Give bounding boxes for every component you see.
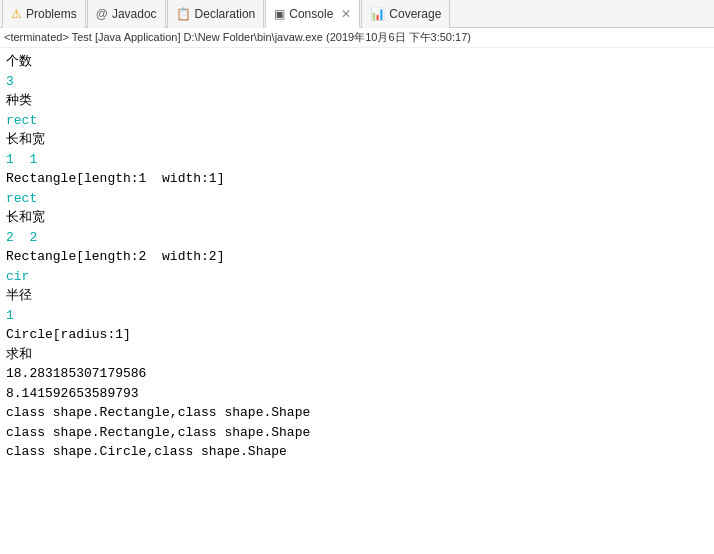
console-line: rect [6,189,708,209]
console-line: rect [6,111,708,131]
console-line: 半径 [6,286,708,306]
tab-javadoc-label: Javadoc [112,7,157,21]
console-line: 2 2 [6,228,708,248]
console-line: 长和宽 [6,130,708,150]
tab-declaration-label: Declaration [195,7,256,21]
tab-problems-label: Problems [26,7,77,21]
problems-icon: ⚠ [11,7,22,21]
console-line: class shape.Rectangle,class shape.Shape [6,423,708,443]
console-line: cir [6,267,708,287]
tab-console[interactable]: ▣ Console ✕ [265,0,360,28]
tab-javadoc[interactable]: @ Javadoc [87,0,166,28]
tab-bar: ⚠ Problems @ Javadoc 📋 Declaration ▣ Con… [0,0,714,28]
console-close-icon[interactable]: ✕ [341,7,351,21]
console-line: 8.141592653589793 [6,384,708,404]
console-line: Rectangle[length:1 width:1] [6,169,708,189]
status-text: <terminated> Test [Java Application] D:\… [4,31,471,43]
declaration-icon: 📋 [176,7,191,21]
console-line: class shape.Circle,class shape.Shape [6,442,708,462]
tab-problems[interactable]: ⚠ Problems [2,0,86,28]
console-line: 1 1 [6,150,708,170]
coverage-icon: 📊 [370,7,385,21]
console-icon: ▣ [274,7,285,21]
console-line: Circle[radius:1] [6,325,708,345]
console-line: 求和 [6,345,708,365]
javadoc-icon: @ [96,7,108,21]
console-line: 18.283185307179586 [6,364,708,384]
console-line: 个数 [6,52,708,72]
console-line: 3 [6,72,708,92]
console-line: 种类 [6,91,708,111]
tab-console-label: Console [289,7,333,21]
tab-declaration[interactable]: 📋 Declaration [167,0,265,28]
console-output: 个数3种类rect长和宽1 1Rectangle[length:1 width:… [0,48,714,552]
status-bar: <terminated> Test [Java Application] D:\… [0,28,714,48]
console-line: 1 [6,306,708,326]
console-line: Rectangle[length:2 width:2] [6,247,708,267]
console-line: 长和宽 [6,208,708,228]
tab-coverage-label: Coverage [389,7,441,21]
console-line: class shape.Rectangle,class shape.Shape [6,403,708,423]
tab-coverage[interactable]: 📊 Coverage [361,0,450,28]
